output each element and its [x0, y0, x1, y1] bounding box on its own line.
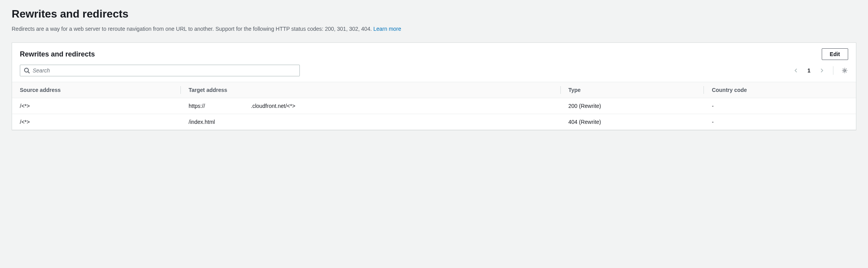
cell-source: /<*> — [12, 114, 181, 130]
cell-target: https:// .cloudfront.net/<*> — [181, 98, 561, 114]
cell-target-suffix: .cloudfront.net/<*> — [251, 103, 295, 109]
rewrites-panel: Rewrites and redirects Edit 1 — [12, 42, 856, 130]
pagination: 1 — [793, 66, 848, 75]
pagination-divider — [833, 66, 833, 75]
search-wrapper — [20, 65, 300, 76]
page-description: Redirects are a way for a web server to … — [12, 25, 856, 33]
cell-type: 200 (Rewrite) — [561, 98, 704, 114]
cell-country: - — [704, 114, 856, 130]
rewrites-table: Source address Target address Type Count… — [12, 82, 856, 130]
pagination-next[interactable] — [818, 67, 825, 74]
panel-title: Rewrites and redirects — [20, 50, 95, 58]
pagination-prev[interactable] — [793, 67, 800, 74]
col-header-country[interactable]: Country code — [704, 82, 856, 98]
page-description-text: Redirects are a way for a web server to … — [12, 26, 373, 32]
page-title: Rewrites and redirects — [12, 8, 856, 20]
table-header-row: Source address Target address Type Count… — [12, 82, 856, 98]
panel-header: Rewrites and redirects Edit — [12, 43, 856, 60]
cell-target-prefix: https:// — [189, 103, 251, 109]
cell-source: /<*> — [12, 98, 181, 114]
cell-type: 404 (Rewrite) — [561, 114, 704, 130]
pagination-current: 1 — [806, 67, 812, 74]
col-header-type[interactable]: Type — [561, 82, 704, 98]
panel-toolbar: 1 — [12, 60, 856, 82]
search-input[interactable] — [20, 65, 300, 76]
col-header-source[interactable]: Source address — [12, 82, 181, 98]
col-header-target[interactable]: Target address — [181, 82, 561, 98]
table-row: /<*> /index.html 404 (Rewrite) - — [12, 114, 856, 130]
settings-gear-icon[interactable] — [841, 67, 848, 74]
svg-point-2 — [844, 70, 845, 71]
cell-target: /index.html — [181, 114, 561, 130]
cell-target-prefix: /index.html — [189, 119, 251, 125]
edit-button[interactable]: Edit — [822, 48, 848, 60]
table-row: /<*> https:// .cloudfront.net/<*> 200 (R… — [12, 98, 856, 114]
learn-more-link[interactable]: Learn more — [373, 26, 401, 32]
cell-country: - — [704, 98, 856, 114]
